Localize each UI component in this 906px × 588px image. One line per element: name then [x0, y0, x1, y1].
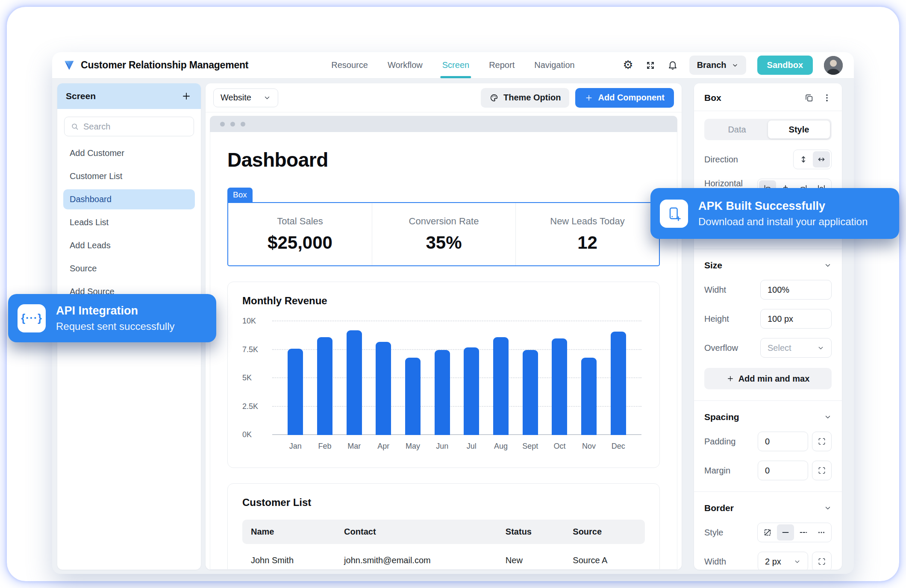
- stat-label: New Leads Today: [550, 216, 625, 227]
- direction-row: Direction: [704, 150, 832, 169]
- nav-item-navigation[interactable]: Navigation: [534, 52, 575, 78]
- padding-per-side-icon[interactable]: [812, 432, 832, 451]
- canvas-area: Website Theme Option Add Component: [206, 83, 682, 570]
- nav-item-workflow[interactable]: Workflow: [388, 52, 423, 78]
- border-dashed-icon[interactable]: [795, 524, 812, 541]
- table-cell: john.smith@email.com: [335, 544, 497, 570]
- nav-item-screen[interactable]: Screen: [442, 52, 469, 78]
- border-solid-icon[interactable]: [777, 524, 794, 541]
- sidebar-search[interactable]: [64, 117, 194, 136]
- sidebar-title: Screen: [66, 91, 96, 101]
- user-avatar[interactable]: [824, 56, 843, 75]
- margin-input[interactable]: 0: [758, 461, 808, 480]
- search-input[interactable]: [83, 122, 188, 132]
- sidebar-item-source[interactable]: Source: [63, 259, 195, 279]
- direction-horizontal-icon[interactable]: [813, 151, 830, 168]
- margin-row: Margin 0: [704, 461, 832, 480]
- y-axis-tick-label: 2.5K: [242, 402, 265, 411]
- duplicate-copy-icon[interactable]: [804, 93, 814, 103]
- size-section-header[interactable]: Size: [704, 260, 832, 270]
- add-screen-plus-icon[interactable]: [180, 90, 192, 102]
- customer-list-card[interactable]: Customer List NameContactStatusSource Jo…: [227, 483, 660, 570]
- sidebar-item-add-leads[interactable]: Add Leads: [63, 235, 195, 256]
- sidebar-item-dashboard[interactable]: Dashboard: [63, 189, 195, 209]
- table-body: John Smithjohn.smith@email.comNewSource …: [242, 544, 645, 570]
- canvas-toolbar: Website Theme Option Add Component: [206, 83, 682, 112]
- spacing-section-title: Spacing: [704, 412, 739, 422]
- spacing-section-header[interactable]: Spacing: [704, 412, 832, 422]
- stat-card-new-leads-today[interactable]: New Leads Today12: [515, 203, 659, 265]
- search-icon: [71, 122, 79, 131]
- chart-bar-dec: [611, 332, 626, 435]
- border-per-side-icon[interactable]: [812, 552, 832, 570]
- style-inspector-panel: Box Data Style Direction Horizonta: [694, 83, 842, 570]
- x-axis-tick-label: Jun: [427, 442, 457, 451]
- window-dot: [241, 122, 245, 126]
- inspector-title: Box: [704, 93, 721, 103]
- table-cell: New: [497, 544, 564, 570]
- table-row: John Smithjohn.smith@email.comNewSource …: [242, 544, 645, 570]
- settings-gear-icon[interactable]: ⚙: [623, 60, 634, 71]
- border-none-icon[interactable]: [759, 524, 776, 541]
- border-dotted-icon[interactable]: [813, 524, 830, 541]
- monthly-revenue-card[interactable]: Monthly Revenue 0K2.5K5K7.5K10KJanFebMar…: [227, 282, 660, 468]
- chevron-down-icon: [263, 94, 271, 102]
- border-width-select[interactable]: 2 px: [758, 552, 808, 570]
- chart-bar-aug: [493, 337, 509, 435]
- column-header-contact: Contact: [335, 520, 497, 544]
- notifications-bell-icon[interactable]: [667, 60, 678, 71]
- stat-card-conversion-rate[interactable]: Conversion Rate35%: [372, 203, 515, 265]
- kebab-menu-icon[interactable]: [822, 93, 832, 103]
- window-dot: [230, 122, 235, 126]
- device-selector-value: Website: [221, 93, 251, 103]
- customer-table: NameContactStatusSource John Smithjohn.s…: [242, 520, 645, 570]
- sandbox-button[interactable]: Sandbox: [757, 56, 813, 75]
- padding-input[interactable]: 0: [758, 432, 808, 451]
- overflow-select[interactable]: Select: [760, 338, 832, 358]
- chart-bar-nov: [581, 358, 597, 435]
- chart-bar-sept: [523, 350, 538, 435]
- chart-bar-feb: [317, 337, 332, 435]
- chevron-down-icon: [824, 413, 832, 421]
- stat-card-total-sales[interactable]: Total Sales$25,000: [228, 203, 372, 265]
- table-title: Customer List: [242, 497, 645, 509]
- stat-label: Conversion Rate: [409, 216, 479, 227]
- toast-title: API Integration: [56, 304, 174, 318]
- fullscreen-expand-icon[interactable]: [645, 60, 656, 71]
- tab-style[interactable]: Style: [768, 121, 830, 138]
- direction-vertical-icon[interactable]: [795, 151, 812, 168]
- nav-item-resource[interactable]: Resource: [331, 52, 368, 78]
- border-section-header[interactable]: Border: [704, 503, 832, 513]
- stats-box-component[interactable]: Total Sales$25,000Conversion Rate35%New …: [227, 202, 660, 266]
- height-row: Height 100 px: [704, 309, 832, 329]
- height-label: Height: [704, 314, 760, 324]
- api-integration-toast[interactable]: {···} API Integration Request sent succe…: [8, 294, 216, 342]
- border-style-row: Style: [704, 523, 832, 542]
- height-input[interactable]: 100 px: [760, 309, 832, 329]
- sidebar-item-customer-list[interactable]: Customer List: [63, 166, 195, 186]
- table-header: NameContactStatusSource: [242, 520, 645, 544]
- direction-label: Direction: [704, 155, 793, 165]
- chevron-down-icon: [817, 344, 824, 352]
- margin-per-side-icon[interactable]: [812, 461, 832, 480]
- plus-icon: [727, 375, 734, 382]
- nav-item-report[interactable]: Report: [489, 52, 515, 78]
- selected-box-tag: Box: [227, 188, 253, 202]
- header-nav: ResourceWorkflowScreenReportNavigation: [331, 52, 574, 78]
- sidebar-item-leads-list[interactable]: Leads List: [63, 212, 195, 232]
- tab-data[interactable]: Data: [706, 121, 768, 138]
- sidebar-item-add-customer[interactable]: Add Customer: [63, 143, 195, 163]
- add-min-max-button[interactable]: Add min and max: [704, 368, 832, 389]
- table-cell: Source A: [564, 544, 645, 570]
- branch-dropdown[interactable]: Branch: [689, 56, 746, 75]
- add-component-button[interactable]: Add Component: [575, 88, 674, 108]
- width-input[interactable]: 100%: [760, 280, 832, 300]
- apk-built-toast[interactable]: APK Built Successfully Download and inst…: [650, 188, 899, 239]
- toast-title: APK Built Successfully: [698, 200, 868, 213]
- chart-bar-jul: [464, 347, 479, 435]
- border-width-row: Width 2 px: [704, 552, 832, 570]
- app-title: Customer Relationship Management: [81, 59, 248, 71]
- theme-option-button[interactable]: Theme Option: [481, 88, 569, 108]
- x-axis-tick-label: Jan: [281, 442, 310, 451]
- device-selector-dropdown[interactable]: Website: [213, 88, 278, 107]
